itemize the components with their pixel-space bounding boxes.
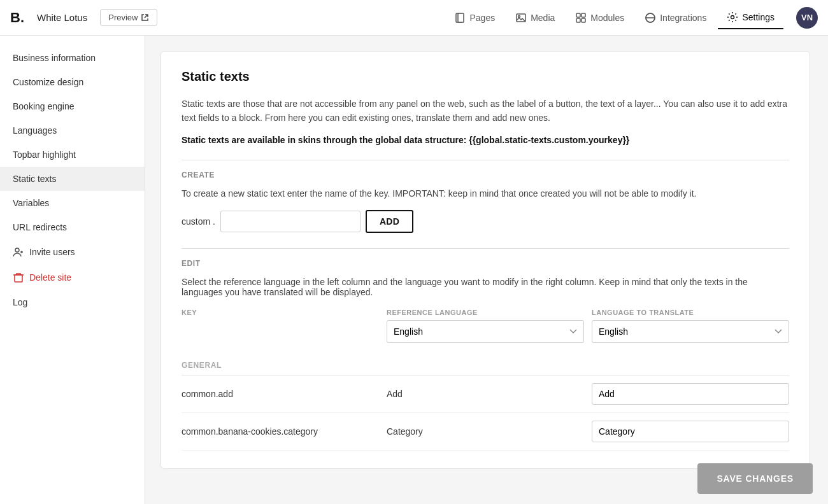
reference-cell-2: Category bbox=[387, 426, 584, 437]
sidebar: Business information Customize design Bo… bbox=[0, 36, 145, 504]
delete-icon bbox=[13, 272, 24, 283]
preview-button[interactable]: Preview bbox=[100, 9, 157, 26]
sidebar-item-customize-design[interactable]: Customize design bbox=[0, 70, 145, 94]
edit-divider bbox=[182, 248, 789, 249]
edit-description: Select the reference language in the lef… bbox=[182, 277, 789, 297]
svg-rect-11 bbox=[15, 275, 22, 282]
key-col-label: KEY bbox=[182, 309, 379, 316]
site-name: White Lotus bbox=[37, 12, 87, 23]
create-divider bbox=[182, 160, 789, 160]
reference-language-column: REFERENCE LANGUAGE English bbox=[387, 309, 584, 343]
svg-point-9 bbox=[731, 15, 734, 18]
nav-item-settings[interactable]: Settings bbox=[718, 6, 783, 29]
media-icon bbox=[515, 12, 527, 24]
svg-rect-5 bbox=[582, 13, 585, 17]
svg-rect-7 bbox=[582, 18, 585, 22]
sidebar-item-business-information[interactable]: Business information bbox=[0, 46, 145, 70]
translate-input-2[interactable] bbox=[592, 421, 789, 442]
description-text: Static texts are those that are not acce… bbox=[182, 97, 789, 125]
integrations-icon bbox=[645, 12, 656, 24]
save-changes-button[interactable]: SAVE CHANGES bbox=[697, 463, 813, 494]
modules-icon bbox=[575, 12, 587, 24]
top-nav: Pages Media Modules Integrations bbox=[445, 6, 783, 29]
sidebar-item-delete-site[interactable]: Delete site bbox=[0, 265, 145, 290]
nav-item-integrations[interactable]: Integrations bbox=[636, 7, 715, 29]
edit-label: EDIT bbox=[182, 259, 789, 268]
sidebar-item-static-texts[interactable]: Static texts bbox=[0, 167, 145, 191]
svg-point-10 bbox=[15, 248, 19, 252]
svg-rect-6 bbox=[576, 18, 580, 22]
sidebar-item-variables[interactable]: Variables bbox=[0, 191, 145, 215]
page-title: Static texts bbox=[182, 69, 789, 84]
reference-language-select[interactable]: English bbox=[387, 320, 584, 343]
sidebar-item-invite-users[interactable]: Invite users bbox=[0, 239, 145, 265]
create-label: CREATE bbox=[182, 171, 789, 179]
add-button[interactable]: ADD bbox=[366, 210, 413, 233]
main-content: Static texts Static texts are those that… bbox=[145, 36, 828, 504]
create-key-input[interactable] bbox=[220, 211, 360, 232]
sidebar-item-log[interactable]: Log bbox=[0, 290, 145, 314]
reference-lang-label: REFERENCE LANGUAGE bbox=[387, 309, 584, 316]
sidebar-item-url-redirects[interactable]: URL redirects bbox=[0, 215, 145, 239]
nav-item-modules[interactable]: Modules bbox=[566, 7, 633, 29]
sidebar-item-booking-engine[interactable]: Booking engine bbox=[0, 94, 145, 118]
pages-icon bbox=[454, 12, 466, 24]
create-description: To create a new static text enter the na… bbox=[182, 188, 789, 199]
create-row: custom . ADD bbox=[182, 210, 789, 233]
avatar: VN bbox=[796, 7, 818, 29]
topbar: B. White Lotus Preview Pages Media Modul bbox=[0, 0, 828, 36]
translate-language-column: LANGUAGE TO TRANSLATE English bbox=[592, 309, 789, 343]
preview-label: Preview bbox=[108, 13, 138, 22]
sidebar-item-languages[interactable]: Languages bbox=[0, 118, 145, 143]
translate-lang-label: LANGUAGE TO TRANSLATE bbox=[592, 309, 789, 316]
data-structure-note: Static texts are available in skins thro… bbox=[182, 133, 789, 147]
logo: B. bbox=[10, 10, 24, 26]
content-card: Static texts Static texts are those that… bbox=[161, 51, 810, 469]
key-cell-2: common.banana-cookies.category bbox=[182, 426, 379, 437]
key-cell-1: common.add bbox=[182, 389, 379, 399]
key-column: KEY bbox=[182, 309, 379, 343]
nav-item-pages[interactable]: Pages bbox=[445, 7, 504, 29]
svg-rect-1 bbox=[458, 13, 464, 22]
translate-language-select[interactable]: English bbox=[592, 320, 789, 343]
invite-users-icon bbox=[13, 246, 24, 258]
create-prefix: custom . bbox=[182, 216, 215, 227]
nav-item-media[interactable]: Media bbox=[506, 7, 564, 29]
table-row: common.banana-cookies.category Category bbox=[182, 413, 789, 451]
svg-rect-4 bbox=[576, 13, 580, 17]
general-section: GENERAL common.add Add common.banana-coo… bbox=[182, 356, 789, 451]
sidebar-item-topbar-highlight[interactable]: Topbar highlight bbox=[0, 143, 145, 167]
language-selects-row: KEY REFERENCE LANGUAGE English LANGUAGE … bbox=[182, 309, 789, 343]
translate-input-1[interactable] bbox=[592, 383, 789, 405]
general-section-label: GENERAL bbox=[182, 356, 789, 375]
settings-icon bbox=[727, 11, 738, 23]
table-row: common.add Add bbox=[182, 375, 789, 413]
layout: Business information Customize design Bo… bbox=[0, 36, 828, 504]
external-link-icon bbox=[141, 13, 149, 22]
reference-cell-1: Add bbox=[387, 389, 584, 399]
